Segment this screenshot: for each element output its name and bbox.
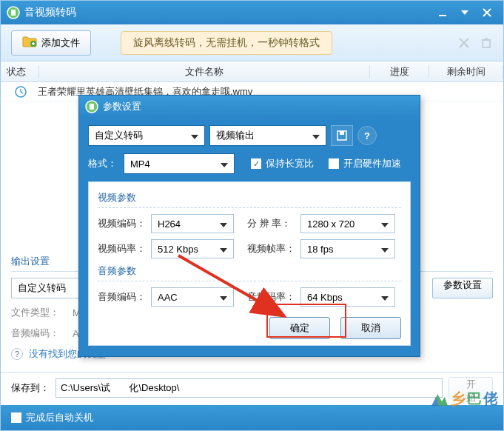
col-status: 状态 — [1, 65, 39, 78]
file-list-header: 状态 文件名称 进度 剩余时间 — [1, 61, 503, 82]
svg-rect-11 — [483, 40, 490, 47]
svg-marker-20 — [312, 135, 320, 139]
clock-icon — [14, 85, 27, 98]
video-fps-label: 视频帧率： — [247, 242, 300, 255]
svg-marker-27 — [381, 248, 389, 253]
output-type-select[interactable]: 视频输出 — [209, 125, 326, 146]
shutdown-checkbox[interactable] — [11, 412, 21, 423]
add-file-label: 添加文件 — [41, 36, 80, 50]
tagline: 旋风离线转码，无需挂机，一秒钟转格式 — [121, 31, 332, 55]
svg-marker-24 — [220, 223, 227, 227]
folder-plus-icon — [22, 36, 37, 50]
format-label: 格式： — [88, 157, 119, 170]
chevron-down-icon — [220, 292, 227, 303]
add-file-button[interactable]: 添加文件 — [11, 30, 91, 56]
dialog-icon — [85, 100, 98, 113]
trash-icon[interactable] — [480, 36, 493, 50]
hw-accel-checkbox[interactable] — [329, 158, 339, 169]
save-row: 保存到： 打开目录 开始 — [1, 372, 503, 403]
hw-accel-label: 开启硬件加速 — [343, 157, 401, 170]
svg-marker-19 — [191, 135, 198, 139]
svg-line-16 — [21, 92, 23, 93]
window-title: 音视频转码 — [24, 6, 431, 19]
audio-codec-label: 音频编码： — [98, 290, 151, 304]
minimize-button[interactable] — [432, 4, 453, 21]
chevron-down-icon — [220, 244, 227, 255]
watermark: 乡 巴 佬 — [430, 389, 498, 409]
chevron-down-icon — [381, 292, 389, 303]
help-icon: ? — [11, 348, 23, 360]
app-icon — [7, 6, 20, 19]
chevron-down-icon — [221, 158, 228, 170]
menu-button[interactable] — [454, 4, 475, 21]
audio-bitrate-select[interactable]: 64 Kbps — [300, 287, 395, 307]
svg-marker-26 — [220, 248, 227, 253]
shutdown-label: 完成后自动关机 — [26, 411, 93, 424]
video-bitrate-select[interactable]: 512 Kbps — [151, 239, 234, 258]
preset-select[interactable]: 自定义转码 — [88, 125, 205, 146]
audio-codec-out-label: 音频编码： — [11, 327, 67, 340]
save-preset-button[interactable] — [331, 125, 353, 146]
audio-group-title: 音频参数 — [98, 264, 401, 281]
video-group-title: 视频参数 — [98, 191, 401, 208]
col-name: 文件名称 — [39, 65, 370, 78]
toolbar-icons — [457, 36, 493, 50]
chevron-down-icon — [191, 130, 198, 141]
close-icon[interactable] — [457, 36, 471, 50]
chevron-down-icon — [220, 218, 227, 230]
svg-marker-28 — [220, 296, 227, 301]
resolution-label: 分 辨 率： — [247, 217, 300, 230]
keep-ratio-label: 保持长宽比 — [266, 157, 314, 170]
chevron-down-icon — [312, 130, 320, 141]
col-progress: 进度 — [370, 65, 429, 78]
svg-rect-22 — [340, 131, 344, 135]
params-group: 视频参数 视频编码： H264 分 辨 率： 1280 x 720 视频码率： — [88, 181, 411, 346]
save-label: 保存到： — [11, 381, 50, 395]
ok-button[interactable]: 确定 — [269, 317, 330, 339]
dialog-title-bar: 参数设置 — [79, 96, 420, 118]
help-button[interactable]: ? — [357, 126, 377, 145]
params-dialog: 参数设置 自定义转码 视频输出 ? 格式： MP4 — [78, 95, 420, 357]
resolution-select[interactable]: 1280 x 720 — [300, 214, 395, 233]
video-codec-label: 视频编码： — [98, 217, 151, 230]
dialog-title: 参数设置 — [103, 100, 141, 113]
svg-marker-29 — [381, 296, 389, 301]
svg-marker-23 — [221, 163, 228, 167]
video-fps-select[interactable]: 18 fps — [300, 239, 395, 258]
svg-rect-18 — [90, 104, 94, 110]
toolbar: 添加文件 旋风离线转码，无需挂机，一秒钟转格式 — [1, 24, 503, 61]
params-settings-button[interactable]: 参数设置 — [432, 278, 493, 298]
filetype-label: 文件类型： — [11, 306, 67, 319]
video-codec-select[interactable]: H264 — [151, 214, 234, 233]
title-bar: 音视频转码 — [1, 1, 503, 24]
keep-ratio-checkbox[interactable] — [251, 158, 261, 169]
svg-marker-3 — [461, 10, 468, 15]
bottom-bar: 完成后自动关机 — [1, 405, 503, 430]
format-select[interactable]: MP4 — [124, 153, 235, 174]
video-bitrate-label: 视频码率： — [98, 242, 151, 255]
svg-rect-1 — [11, 10, 16, 16]
chevron-down-icon — [381, 218, 389, 230]
audio-codec-select[interactable]: AAC — [151, 287, 234, 307]
chevron-down-icon — [381, 244, 389, 255]
close-button[interactable] — [477, 4, 497, 21]
svg-marker-25 — [381, 223, 389, 227]
audio-bitrate-label: 音频码率： — [247, 290, 300, 304]
cancel-button[interactable]: 取消 — [340, 317, 401, 339]
save-path-input[interactable] — [56, 378, 443, 398]
col-remain: 剩余时间 — [429, 65, 503, 78]
